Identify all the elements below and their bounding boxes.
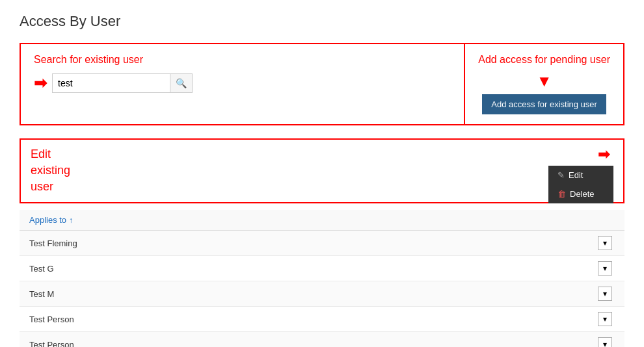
- table-row: Test Person ▾: [20, 307, 624, 332]
- edit-arrow-area: ➡ ▾ ✎ Edit 🗑 Delete: [594, 146, 613, 183]
- edit-label: Edit existing user: [31, 146, 70, 196]
- row-action: ▾: [595, 236, 615, 250]
- top-section: Search for existing user ➡ 🔍 Add access …: [20, 43, 624, 125]
- row-name: Test Person: [29, 340, 595, 348]
- search-panel-title: Search for existing user: [34, 54, 451, 66]
- table-row: Test Fleming ▾: [20, 231, 624, 256]
- row-dropdown-toggle[interactable]: ▾: [598, 261, 612, 276]
- row-dropdown-toggle[interactable]: ▾: [598, 312, 612, 326]
- sort-arrow-icon[interactable]: ↑: [69, 216, 73, 225]
- row-dropdown-toggle[interactable]: ▾: [598, 236, 612, 250]
- row-name: Test G: [29, 264, 595, 274]
- search-button[interactable]: 🔍: [170, 74, 192, 92]
- arrow-down-icon: ▼: [537, 72, 552, 90]
- edit-arrow-right-icon: ➡: [598, 146, 610, 163]
- table-row: Test G ▾: [20, 256, 624, 281]
- table-section: Applies to ↑ Test Fleming ▾ Test G ▾ Tes…: [20, 210, 624, 347]
- col-applies-to: Applies to ↑: [29, 215, 615, 225]
- delete-menu-item[interactable]: 🗑 Delete: [548, 185, 613, 203]
- table-header: Applies to ↑: [20, 210, 624, 231]
- add-access-panel: Add access for pending user ▼ Add access…: [465, 44, 623, 124]
- edit-section: Edit existing user ➡ ▾ ✎ Edit 🗑 Delete: [20, 138, 624, 203]
- edit-dropdown-menu: ✎ Edit 🗑 Delete: [548, 166, 613, 203]
- search-row: ➡ 🔍: [34, 73, 451, 93]
- page-container: Access By User Search for existing user …: [0, 0, 644, 347]
- search-input[interactable]: [53, 74, 170, 92]
- arrow-right-icon: ➡: [34, 74, 47, 92]
- row-action: ▾: [595, 337, 615, 347]
- row-action: ▾: [595, 261, 615, 276]
- table-row: Test Person ▾: [20, 332, 624, 347]
- row-action: ▾: [595, 287, 615, 301]
- row-dropdown-toggle[interactable]: ▾: [598, 287, 612, 301]
- row-name: Test Fleming: [29, 238, 595, 248]
- add-existing-user-button[interactable]: Add access for existing user: [482, 94, 606, 114]
- row-name: Test Person: [29, 315, 595, 324]
- add-access-title: Add access for pending user: [478, 54, 610, 66]
- row-dropdown-toggle[interactable]: ▾: [598, 337, 612, 347]
- trash-icon: 🗑: [557, 189, 566, 199]
- edit-menu-item[interactable]: ✎ Edit: [548, 166, 613, 185]
- table-row: Test M ▾: [20, 281, 624, 307]
- page-title: Access By User: [20, 13, 624, 30]
- search-input-wrapper: 🔍: [52, 73, 193, 93]
- edit-icon: ✎: [557, 170, 565, 180]
- search-panel: Search for existing user ➡ 🔍: [21, 44, 465, 124]
- row-action: ▾: [595, 312, 615, 326]
- row-name: Test M: [29, 289, 595, 299]
- table-body: Test Fleming ▾ Test G ▾ Test M ▾ Test Pe…: [20, 231, 624, 347]
